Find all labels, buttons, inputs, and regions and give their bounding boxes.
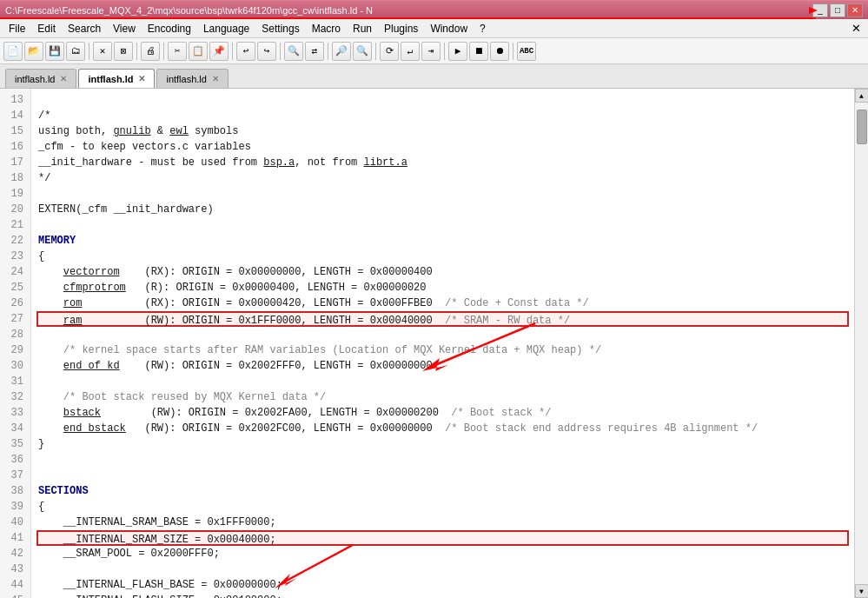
menu-search[interactable]: Search bbox=[63, 21, 106, 37]
code-line-15: using both, gnulib & ewl symbols bbox=[38, 123, 847, 139]
tab-1[interactable]: intflash.ld ✕ bbox=[5, 69, 76, 88]
line-num-28: 28 bbox=[3, 327, 23, 342]
scroll-thumb[interactable] bbox=[857, 110, 867, 144]
tb-redo[interactable]: ↪ bbox=[257, 42, 276, 61]
menu-macro[interactable]: Macro bbox=[307, 21, 346, 37]
code-line-41: __INTERNAL_SRAM_SIZE = 0x00040000; bbox=[36, 530, 849, 546]
menu-file[interactable]: File bbox=[3, 21, 30, 37]
code-line-28 bbox=[38, 327, 847, 342]
tb-macro3[interactable]: ⏺ bbox=[490, 42, 509, 61]
line-num-36: 36 bbox=[3, 452, 23, 468]
tb-wrap[interactable]: ↵ bbox=[401, 42, 420, 61]
line-num-27: 27 bbox=[3, 311, 23, 327]
sep5 bbox=[280, 43, 281, 60]
tb-zoom-out[interactable]: 🔍 bbox=[353, 42, 372, 61]
tb-indent[interactable]: ⇥ bbox=[421, 42, 441, 61]
sep3 bbox=[163, 43, 164, 60]
tb-close-all[interactable]: ⊠ bbox=[114, 42, 133, 61]
line-num-34: 34 bbox=[3, 421, 23, 436]
line-num-18: 18 bbox=[3, 170, 23, 186]
tb-print[interactable]: 🖨 bbox=[141, 42, 160, 61]
scrollbar[interactable]: ▲ ▼ bbox=[854, 89, 868, 598]
menu-settings[interactable]: Settings bbox=[256, 21, 304, 37]
tb-cut[interactable]: ✂ bbox=[168, 42, 187, 61]
tab-2-label: intflash.ld bbox=[88, 74, 133, 84]
menu-run[interactable]: Run bbox=[348, 21, 377, 37]
tb-abc[interactable]: ABC bbox=[517, 42, 536, 61]
line-num-41: 41 bbox=[3, 530, 23, 546]
code-line-32: /* Boot stack reused by MQX Kernel data … bbox=[38, 389, 847, 405]
tb-save-all[interactable]: 🗂 bbox=[66, 42, 85, 61]
line-num-13: 13 bbox=[3, 92, 23, 108]
code-line-22: MEMORY bbox=[38, 233, 847, 249]
line-num-17: 17 bbox=[3, 155, 23, 170]
code-area[interactable]: /*using both, gnulib & ewl symbols_cfm -… bbox=[31, 89, 854, 598]
line-num-43: 43 bbox=[3, 561, 23, 577]
line-num-39: 39 bbox=[3, 499, 23, 515]
menu-close-x[interactable]: ✕ bbox=[848, 22, 865, 35]
maximize-button[interactable]: □ bbox=[830, 3, 845, 17]
code-line-33: bstack (RW): ORIGIN = 0x2002FA00, LENGTH… bbox=[38, 405, 847, 421]
menu-view[interactable]: View bbox=[108, 21, 141, 37]
menu-language[interactable]: Language bbox=[198, 21, 255, 37]
line-num-45: 45 bbox=[3, 593, 23, 598]
code-line-45: __INTERNAL_FLASH_SIZE = 0x00100000; bbox=[38, 593, 847, 598]
code-line-13 bbox=[38, 92, 847, 108]
code-line-40: __INTERNAL_SRAM_BASE = 0x1FFF0000; bbox=[38, 515, 847, 530]
menu-encoding[interactable]: Encoding bbox=[142, 21, 196, 37]
line-num-20: 20 bbox=[3, 202, 23, 217]
code-line-18: */ bbox=[38, 170, 847, 186]
sep2 bbox=[136, 43, 137, 60]
tb-replace[interactable]: ⇄ bbox=[305, 42, 324, 61]
code-line-25: cfmprotrom (R): ORIGIN = 0x00000400, LEN… bbox=[38, 280, 847, 296]
tb-find[interactable]: 🔍 bbox=[284, 42, 303, 61]
menu-window[interactable]: Window bbox=[425, 21, 473, 37]
line-num-14: 14 bbox=[3, 108, 23, 123]
tb-new[interactable]: 📄 bbox=[3, 42, 23, 61]
tab-2[interactable]: intflash.ld ✕ bbox=[78, 69, 155, 88]
tab-2-close[interactable]: ✕ bbox=[138, 74, 145, 83]
code-line-37 bbox=[38, 468, 847, 483]
tb-save[interactable]: 💾 bbox=[45, 42, 64, 61]
line-num-33: 33 bbox=[3, 405, 23, 421]
title-bar: C:\Freescale\Freescale_MQX_4_2\mqx\sourc… bbox=[0, 0, 868, 19]
tb-close[interactable]: ✕ bbox=[93, 42, 112, 61]
sep1 bbox=[89, 43, 89, 60]
line-num-40: 40 bbox=[3, 515, 23, 530]
tb-undo[interactable]: ↩ bbox=[236, 42, 255, 61]
menu-bar: File Edit Search View Encoding Language … bbox=[0, 19, 868, 38]
tb-zoom-in[interactable]: 🔎 bbox=[332, 42, 351, 61]
tb-macro2[interactable]: ⏹ bbox=[469, 42, 488, 61]
tb-sync[interactable]: ⟳ bbox=[380, 42, 399, 61]
line-num-29: 29 bbox=[3, 342, 23, 358]
line-num-44: 44 bbox=[3, 577, 23, 593]
title-bar-buttons[interactable]: _ □ ✕ bbox=[812, 3, 863, 17]
line-num-35: 35 bbox=[3, 436, 23, 452]
line-num-31: 31 bbox=[3, 374, 23, 389]
tb-copy[interactable]: 📋 bbox=[189, 42, 208, 61]
tab-1-label: intflash.ld bbox=[15, 74, 55, 84]
code-line-21 bbox=[38, 217, 847, 233]
tab-3[interactable]: intflash.ld ✕ bbox=[156, 69, 228, 88]
tb-paste[interactable]: 📌 bbox=[209, 42, 229, 61]
code-line-36 bbox=[38, 452, 847, 468]
scroll-track[interactable] bbox=[856, 103, 868, 584]
sep8 bbox=[444, 43, 445, 60]
line-numbers: 1314151617181920212223242526272829303132… bbox=[0, 89, 31, 598]
menu-help[interactable]: ? bbox=[474, 21, 491, 37]
tab-bar: intflash.ld ✕ intflash.ld ✕ intflash.ld … bbox=[0, 64, 868, 89]
menu-plugins[interactable]: Plugins bbox=[379, 21, 423, 37]
scroll-down-button[interactable]: ▼ bbox=[855, 584, 869, 598]
tb-macro1[interactable]: ▶ bbox=[448, 42, 467, 61]
code-line-39: { bbox=[38, 499, 847, 515]
close-button[interactable]: ✕ bbox=[847, 3, 863, 17]
tab-1-close[interactable]: ✕ bbox=[60, 74, 67, 83]
scroll-up-button[interactable]: ▲ bbox=[855, 89, 869, 103]
sep9 bbox=[513, 43, 514, 60]
tab-3-close[interactable]: ✕ bbox=[212, 74, 219, 83]
code-line-29: /* kernel space starts after RAM variabl… bbox=[38, 342, 847, 358]
code-line-19 bbox=[38, 186, 847, 202]
line-num-21: 21 bbox=[3, 217, 23, 233]
menu-edit[interactable]: Edit bbox=[32, 21, 61, 37]
tb-open[interactable]: 📂 bbox=[24, 42, 43, 61]
